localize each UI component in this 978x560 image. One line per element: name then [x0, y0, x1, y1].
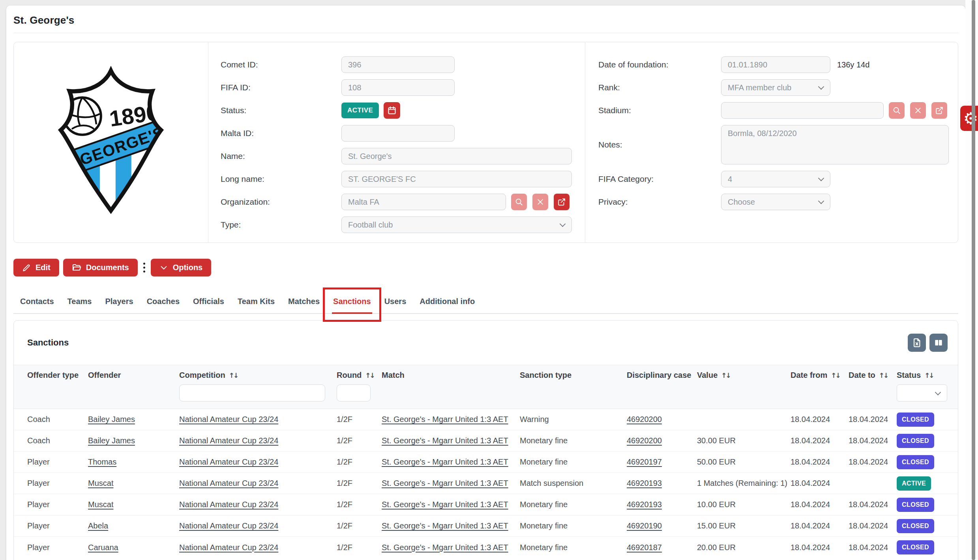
sort-icon[interactable]: ↑↓: [229, 371, 238, 379]
fifa-category-select[interactable]: 4: [721, 171, 830, 187]
table-row: PlayerMuscatNational Amateur Cup 23/241/…: [14, 494, 958, 515]
tab-players[interactable]: Players: [98, 297, 140, 313]
competition-link[interactable]: National Amateur Cup 23/24: [179, 500, 278, 509]
status-history-calendar-button[interactable]: [384, 102, 400, 119]
tab-matches[interactable]: Matches: [281, 297, 326, 313]
offender-link[interactable]: Thomas: [88, 457, 116, 466]
tab-users[interactable]: Users: [378, 297, 413, 313]
tab-contacts[interactable]: Contacts: [13, 297, 61, 313]
match-link[interactable]: St. George's - Mgarr United 1:3 AET: [382, 415, 508, 424]
round-filter-input[interactable]: [337, 385, 371, 401]
foundation-input[interactable]: 01.01.1890: [721, 56, 830, 73]
cell-date-from: 18.04.2024: [791, 500, 849, 509]
case-link[interactable]: 46920200: [627, 436, 662, 445]
title-divider: [13, 33, 958, 33]
tab-coaches[interactable]: Coaches: [140, 297, 186, 313]
tab-team-kits[interactable]: Team Kits: [231, 297, 281, 313]
case-link[interactable]: 46920190: [627, 521, 662, 530]
cell-offender: Muscat: [88, 500, 179, 509]
more-actions-menu[interactable]: [143, 262, 145, 274]
long-name-input[interactable]: ST. GEORGE'S FC: [341, 171, 572, 187]
cell-competition: National Amateur Cup 23/24: [179, 436, 337, 445]
competition-link[interactable]: National Amateur Cup 23/24: [179, 436, 278, 445]
case-link[interactable]: 46920193: [627, 500, 662, 509]
match-link[interactable]: St. George's - Mgarr United 1:3 AET: [382, 436, 508, 445]
name-input[interactable]: St. George's: [341, 148, 572, 164]
table-row: PlayerCaruanaNational Amateur Cup 23/241…: [14, 537, 958, 558]
options-button[interactable]: Options: [151, 259, 212, 276]
tab-teams[interactable]: Teams: [61, 297, 99, 313]
fifa-id-input[interactable]: 108: [341, 79, 455, 96]
organization-open-button[interactable]: [554, 194, 570, 210]
column-header-round[interactable]: Round↑↓: [337, 371, 382, 380]
tab-officials[interactable]: Officials: [186, 297, 231, 313]
competition-link[interactable]: National Amateur Cup 23/24: [179, 543, 278, 552]
tab-additional-info[interactable]: Additional info: [413, 297, 482, 313]
tab-sanctions[interactable]: Sanctions: [326, 297, 378, 313]
documents-button[interactable]: Documents: [63, 259, 138, 276]
stadium-input[interactable]: [721, 102, 884, 119]
settings-gear-button[interactable]: ⚙: [960, 106, 978, 131]
stadium-clear-button[interactable]: [910, 102, 926, 119]
column-header-competition[interactable]: Competition↑↓: [179, 371, 337, 380]
case-link[interactable]: 46920197: [627, 457, 662, 466]
competition-link[interactable]: National Amateur Cup 23/24: [179, 521, 278, 530]
sort-icon[interactable]: ↑↓: [879, 371, 888, 379]
field-fifa-category: FIFA Category: 4: [598, 171, 958, 187]
malta-id-input[interactable]: [341, 125, 455, 142]
privacy-select[interactable]: Choose: [721, 194, 830, 210]
competition-link[interactable]: National Amateur Cup 23/24: [179, 479, 278, 487]
column-label: Disciplinary case: [627, 371, 691, 380]
club-crest-image: ST.GEORGE'S 1890: [44, 63, 178, 221]
column-header-date-from[interactable]: Date from↑↓: [791, 371, 849, 380]
cell-sanction-type: Monetary fine: [520, 500, 627, 509]
offender-link[interactable]: Abela: [88, 521, 108, 530]
offender-link[interactable]: Bailey James: [88, 415, 135, 424]
column-header-status[interactable]: Status↑↓: [897, 371, 953, 380]
organization-input[interactable]: Malta FA: [341, 194, 506, 210]
match-link[interactable]: St. George's - Mgarr United 1:3 AET: [382, 500, 508, 509]
competition-link[interactable]: National Amateur Cup 23/24: [179, 457, 278, 466]
notes-textarea[interactable]: Bormla, 08/12/2020: [721, 125, 949, 164]
case-link[interactable]: 46920193: [627, 479, 662, 487]
column-header-date-to[interactable]: Date to↑↓: [849, 371, 897, 380]
competition-link[interactable]: National Amateur Cup 23/24: [179, 415, 278, 424]
competition-filter-input[interactable]: [179, 385, 325, 401]
column-header-value[interactable]: Value↑↓: [697, 371, 791, 380]
match-link[interactable]: St. George's - Mgarr United 1:3 AET: [382, 479, 508, 487]
cell-case: 46920200: [627, 415, 697, 424]
edit-button[interactable]: Edit: [13, 259, 59, 276]
field-stadium: Stadium:: [598, 102, 958, 119]
cell-offender: Muscat: [88, 479, 179, 488]
case-link[interactable]: 46920200: [627, 415, 662, 424]
sort-icon[interactable]: ↑↓: [924, 371, 933, 379]
chevron-down-icon: [935, 389, 941, 396]
tab-label: Contacts: [20, 297, 54, 306]
match-link[interactable]: St. George's - Mgarr United 1:3 AET: [382, 521, 508, 530]
sort-icon[interactable]: ↑↓: [721, 371, 730, 379]
comet-id-input[interactable]: 396: [341, 56, 455, 73]
stadium-open-button[interactable]: [931, 102, 947, 119]
case-link[interactable]: 46920187: [627, 543, 662, 552]
sort-icon[interactable]: ↑↓: [831, 371, 840, 379]
cell-date-to: 18.04.2024: [849, 500, 897, 509]
export-file-button[interactable]: [908, 334, 926, 352]
offender-link[interactable]: Muscat: [88, 479, 113, 487]
page-scrollbar[interactable]: [972, 0, 975, 560]
column-label: Competition: [179, 371, 225, 380]
offender-link[interactable]: Bailey James: [88, 436, 135, 445]
stadium-search-button[interactable]: [889, 102, 905, 119]
sort-icon[interactable]: ↑↓: [365, 371, 374, 379]
match-link[interactable]: St. George's - Mgarr United 1:3 AET: [382, 457, 508, 466]
column-label: Value: [697, 371, 718, 380]
column-settings-button[interactable]: [929, 334, 948, 352]
offender-link[interactable]: Muscat: [88, 500, 113, 509]
rank-select[interactable]: MFA member club: [721, 79, 830, 96]
status-filter-select[interactable]: [897, 385, 947, 401]
cell-value: 10.00 EUR: [697, 500, 791, 509]
type-select[interactable]: Football club: [341, 217, 572, 233]
match-link[interactable]: St. George's - Mgarr United 1:3 AET: [382, 543, 508, 552]
offender-link[interactable]: Caruana: [88, 543, 118, 552]
organization-clear-button[interactable]: [532, 194, 548, 210]
organization-search-button[interactable]: [511, 194, 527, 210]
